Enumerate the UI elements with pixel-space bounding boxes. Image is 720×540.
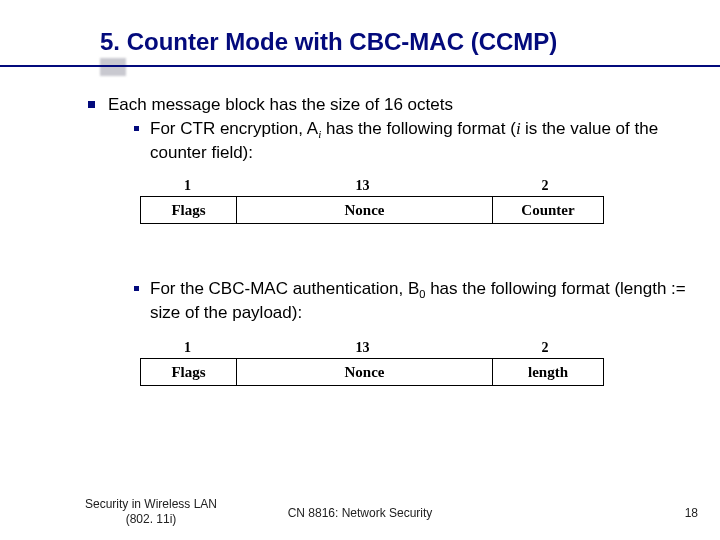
title-shadow [100, 58, 126, 76]
field-flags: Flags [140, 358, 237, 386]
footer-center: CN 8816: Network Security [0, 506, 720, 520]
diagram-cbcmac-block: 1 13 2 Flags Nonce length [140, 340, 604, 386]
italic-i: i [516, 119, 525, 138]
field-nonce: Nonce [237, 358, 493, 386]
width-nonce: 13 [235, 178, 490, 196]
field-counter: Counter [493, 196, 604, 224]
slide-title: 5. Counter Mode with CBC-MAC (CCMP) [100, 28, 557, 56]
width-length: 2 [490, 340, 600, 358]
text: For CTR encryption, A [150, 119, 318, 138]
width-flags: 1 [140, 178, 235, 196]
diagram-fields-row: Flags Nonce Counter [140, 196, 604, 224]
bullet-level2-cbcmac: For the CBC-MAC authentication, B0 has t… [150, 278, 700, 323]
page-number: 18 [685, 506, 698, 520]
text: has the following format ( [321, 119, 516, 138]
bullet-level1: Each message block has the size of 16 oc… [108, 94, 700, 115]
field-length: length [493, 358, 604, 386]
width-flags: 1 [140, 340, 235, 358]
bullet-icon [88, 101, 95, 108]
diagram-widths-row: 1 13 2 [140, 178, 604, 196]
bullet-icon [134, 126, 139, 131]
bullet-level2-ctr: For CTR encryption, Ai has the following… [150, 118, 700, 163]
text: For the CBC-MAC authentication, B [150, 279, 419, 298]
diagram-fields-row: Flags Nonce length [140, 358, 604, 386]
width-counter: 2 [490, 178, 600, 196]
field-flags: Flags [140, 196, 237, 224]
diagram-widths-row: 1 13 2 [140, 340, 604, 358]
title-rule [0, 65, 720, 67]
diagram-ctr-block: 1 13 2 Flags Nonce Counter [140, 178, 604, 224]
slide: 5. Counter Mode with CBC-MAC (CCMP) Each… [0, 0, 720, 540]
width-nonce: 13 [235, 340, 490, 358]
field-nonce: Nonce [237, 196, 493, 224]
bullet-icon [134, 286, 139, 291]
